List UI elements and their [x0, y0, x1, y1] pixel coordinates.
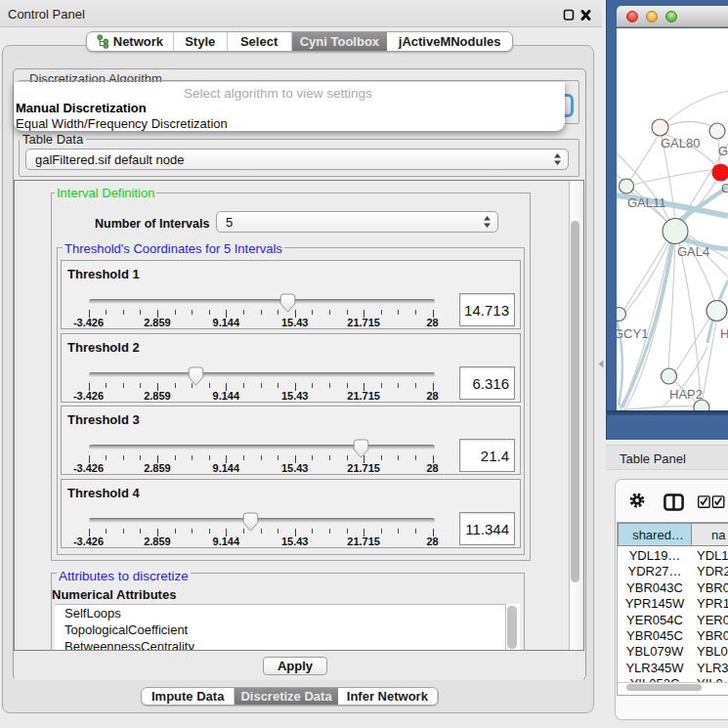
svg-text:GAL80: GAL80	[661, 136, 700, 150]
svg-text:GAL11: GAL11	[627, 195, 666, 210]
svg-text:H: H	[720, 326, 728, 341]
svg-text:GAL4: GAL4	[677, 244, 709, 259]
svg-text:HAP2: HAP2	[669, 387, 703, 402]
svg-text:C: C	[721, 181, 728, 195]
svg-text:GCY1: GCY1	[617, 326, 648, 341]
svg-text:GA: GA	[718, 144, 728, 158]
